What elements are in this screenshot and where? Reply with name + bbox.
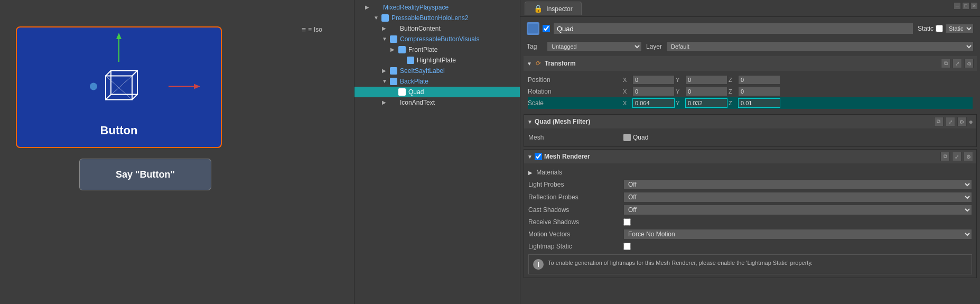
scene-view: ≡ Iso bbox=[0, 0, 354, 304]
iso-label: ≡ Iso bbox=[302, 25, 322, 34]
tag-label: Tag bbox=[527, 43, 543, 50]
mesh-value: Quad bbox=[633, 134, 648, 141]
mesh-renderer-active-checkbox[interactable] bbox=[535, 153, 542, 160]
position-xyz: X Y Z bbox=[623, 75, 973, 85]
cube-icon-small bbox=[381, 14, 389, 22]
mesh-filter-body: Mesh Quad bbox=[524, 128, 976, 146]
item-icon bbox=[389, 67, 398, 75]
hierarchy-label: MixedRealityPlayspace bbox=[383, 4, 449, 11]
hierarchy-label: FrontPlate bbox=[408, 46, 437, 53]
scale-z-input[interactable] bbox=[738, 98, 780, 108]
motion-vectors-select[interactable]: Force No Motion bbox=[623, 229, 972, 239]
item-icon bbox=[372, 3, 381, 12]
hierarchy-item-buttoncontent[interactable]: ▶ ButtonContent bbox=[354, 23, 520, 34]
hierarchy-item-pressable[interactable]: ▼ PressableButtonHoloLens2 bbox=[354, 13, 520, 23]
scene-canvas: ≡ Iso bbox=[0, 0, 354, 304]
static-dropdown[interactable]: Static bbox=[945, 24, 974, 33]
maximize-button[interactable]: □ bbox=[962, 2, 969, 10]
position-x-input[interactable] bbox=[632, 75, 675, 85]
hierarchy-panel: ▶ MixedRealityPlayspace ▼ PressableButto… bbox=[354, 0, 520, 304]
mesh-row: Mesh Quad bbox=[528, 132, 972, 143]
mesh-filter-copy-btn[interactable]: ⧉ bbox=[934, 117, 944, 126]
inspector-tab[interactable]: 🔒 Inspector bbox=[525, 2, 582, 15]
mesh-renderer-expand-btn[interactable]: ⤢ bbox=[952, 152, 962, 161]
transform-settings-btn[interactable]: ⚙ bbox=[964, 59, 974, 68]
light-probes-select[interactable]: Off bbox=[623, 179, 972, 190]
z-label: Z bbox=[729, 100, 737, 106]
mesh-label: Mesh bbox=[528, 134, 623, 141]
item-icon bbox=[398, 45, 406, 54]
hierarchy-item-seeitsayit[interactable]: ▶ SeeItSayItLabel bbox=[354, 66, 520, 76]
hierarchy-item-mixedrealityplayspace[interactable]: ▶ MixedRealityPlayspace bbox=[354, 2, 520, 13]
position-y-input[interactable] bbox=[685, 75, 727, 85]
button-card: Button bbox=[16, 26, 222, 148]
window-controls: ─ □ ✕ bbox=[954, 2, 978, 10]
receive-shadows-label: Receive Shadows bbox=[528, 218, 623, 226]
hierarchy-item-compressable[interactable]: ▼ CompressableButtonVisuals bbox=[354, 34, 520, 44]
expand-arrow: ▶ bbox=[390, 47, 397, 53]
z-label: Z bbox=[729, 77, 737, 83]
hierarchy-label: HighlightPlate bbox=[417, 57, 456, 64]
materials-row[interactable]: ▶ Materials bbox=[528, 167, 972, 178]
cube-white-icon bbox=[398, 88, 406, 96]
tag-select[interactable]: Untagged bbox=[547, 41, 642, 52]
hierarchy-label: CompressableButtonVisuals bbox=[400, 35, 480, 43]
transform-header[interactable]: ▼ ⟳ Transform ⧉ ⤢ ⚙ bbox=[524, 56, 977, 71]
item-icon bbox=[406, 56, 415, 65]
hierarchy-item-highlightplate[interactable]: HighlightPlate bbox=[354, 55, 520, 66]
scale-y-input[interactable] bbox=[685, 98, 727, 108]
mesh-filter-actions: ⧉ ⤢ ⚙ bbox=[934, 117, 967, 126]
object-name-input[interactable] bbox=[553, 23, 913, 34]
scale-x-input[interactable] bbox=[632, 98, 675, 108]
svg-line-8 bbox=[132, 71, 137, 76]
receive-shadows-row: Receive Shadows bbox=[528, 216, 972, 228]
say-button-label: Say "Button" bbox=[116, 169, 175, 180]
rotation-z-input[interactable] bbox=[738, 87, 780, 96]
hierarchy-label: PressableButtonHoloLens2 bbox=[391, 14, 468, 22]
hierarchy-label: SeeItSayItLabel bbox=[400, 67, 445, 75]
transform-copy-btn[interactable]: ⧉ bbox=[941, 59, 950, 68]
item-icon bbox=[389, 77, 398, 86]
receive-shadows-checkbox[interactable] bbox=[623, 218, 631, 226]
mesh-renderer-component: ▼ Mesh Renderer ⧉ ⤢ ⚙ ▶ Materials bbox=[524, 149, 977, 278]
mesh-renderer-settings-btn[interactable]: ⚙ bbox=[964, 152, 973, 161]
hierarchy-item-iconandtext[interactable]: ▶ IconAndText bbox=[354, 97, 520, 108]
cast-shadows-select[interactable]: Off bbox=[623, 205, 972, 215]
mesh-filter-settings-btn[interactable]: ⚙ bbox=[957, 117, 967, 126]
mesh-filter-expand-btn[interactable]: ⤢ bbox=[946, 117, 955, 126]
light-probes-row: Light Probes Off bbox=[528, 178, 972, 191]
rotation-x-input[interactable] bbox=[632, 87, 675, 96]
hierarchy-item-frontplate[interactable]: ▶ FrontPlate bbox=[354, 44, 520, 55]
reflection-probes-label: Reflection Probes bbox=[528, 194, 623, 201]
position-z-input[interactable] bbox=[738, 75, 780, 85]
materials-label: Materials bbox=[536, 169, 562, 176]
object-active-checkbox[interactable] bbox=[543, 25, 550, 32]
expand-arrow bbox=[390, 89, 397, 95]
static-checkbox[interactable] bbox=[936, 25, 943, 32]
hierarchy-item-backplate[interactable]: ▼ BackPlate bbox=[354, 76, 520, 87]
lightmap-static-label: Lightmap Static bbox=[528, 243, 623, 250]
position-row: Position X Y Z bbox=[528, 74, 973, 86]
hierarchy-item-quad[interactable]: Quad bbox=[354, 87, 520, 97]
reflection-probes-select[interactable]: Off bbox=[623, 192, 972, 202]
transform-expand-btn[interactable]: ⤢ bbox=[953, 59, 962, 68]
item-icon bbox=[381, 14, 389, 22]
mesh-renderer-header[interactable]: ▼ Mesh Renderer ⧉ ⤢ ⚙ bbox=[524, 150, 976, 163]
layer-select[interactable]: Default bbox=[666, 41, 974, 52]
minimize-button[interactable]: ─ bbox=[954, 2, 961, 10]
lightmap-static-checkbox[interactable] bbox=[623, 243, 631, 250]
mesh-renderer-foldout: ▼ bbox=[527, 154, 533, 160]
iso-icon: ≡ bbox=[308, 26, 312, 33]
expand-arrow: ▶ bbox=[382, 25, 388, 32]
motion-vectors-label: Motion Vectors bbox=[528, 231, 623, 238]
close-button[interactable]: ✕ bbox=[970, 2, 978, 10]
object-header: Static Static bbox=[524, 20, 977, 37]
scale-label: Scale bbox=[528, 99, 623, 107]
scale-row: Scale X Y Z bbox=[528, 97, 973, 109]
hierarchy-label: IconAndText bbox=[400, 99, 435, 106]
mesh-filter-header[interactable]: ▼ Quad (Mesh Filter) ⧉ ⤢ ⚙ ● bbox=[524, 115, 976, 128]
mesh-renderer-copy-btn[interactable]: ⧉ bbox=[940, 152, 950, 161]
expand-arrow: ▼ bbox=[374, 15, 380, 21]
rotation-y-input[interactable] bbox=[685, 87, 727, 96]
say-button-card: Say "Button" bbox=[79, 159, 211, 190]
